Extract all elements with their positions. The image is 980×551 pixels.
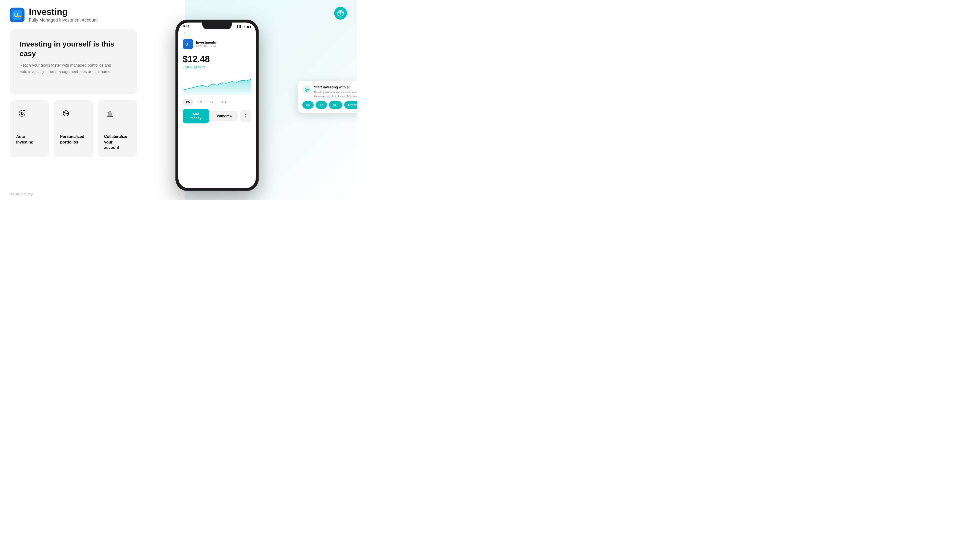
time-filters: 1W 1M 1Y ALL	[183, 97, 251, 105]
invest-card-buttons: $5 $7 $10 Other	[302, 101, 357, 109]
app-logo: U	[10, 8, 24, 22]
invest-card-title: Start investing with $5	[314, 85, 357, 89]
time-filter-all[interactable]: ALL	[218, 99, 230, 105]
svg-rect-11	[111, 113, 113, 116]
svg-rect-9	[107, 112, 109, 116]
page-number: 7	[177, 192, 179, 196]
invest-btn-other[interactable]: Other	[344, 101, 357, 109]
invest-card-text: Start investing with $5 Deciding when to…	[314, 85, 357, 98]
status-icons: ▌▌▌ ▲ ▮▮▮	[237, 25, 251, 28]
time-filter-1y[interactable]: 1Y	[207, 99, 216, 105]
feature-card-auto-investing: $ Autoinvesting	[10, 100, 49, 157]
invest-card-description: Deciding when to invest can be confusing…	[314, 90, 357, 98]
account-logo: U	[183, 39, 193, 49]
account-number: Account • 1234	[196, 44, 216, 48]
hero-card: Investing in yourself is this easy Reach…	[10, 29, 137, 94]
footer-label: Q3 2021 Earnings	[10, 192, 33, 196]
svg-point-4	[18, 16, 20, 17]
svg-text:U: U	[14, 12, 18, 18]
phone-area: 9:41 ▌▌▌ ▲ ▮▮▮ ← U	[151, 12, 357, 198]
withdraw-button[interactable]: Withdraw	[212, 111, 238, 121]
change-value: $0.95 (4.82%)	[186, 65, 205, 69]
left-content: Investing in yourself is this easy Reach…	[10, 29, 137, 157]
account-info: Investments Account • 1234	[196, 40, 216, 48]
add-money-button[interactable]: Add money	[183, 109, 209, 124]
svg-point-5	[20, 16, 21, 17]
svg-point-13	[307, 90, 307, 91]
phone-screen: 9:41 ▌▌▌ ▲ ▮▮▮ ← U	[178, 22, 256, 188]
feature-label-personalized: Personalizedportfolios	[60, 134, 87, 145]
feature-cards: $ Autoinvesting Personalizedportfolios	[10, 100, 137, 157]
more-options-button[interactable]: ⋮	[240, 110, 251, 122]
hero-description: Reach your goals faster with managed por…	[20, 62, 113, 75]
bar-chart-icon	[104, 108, 116, 119]
pie-chart-icon	[60, 108, 72, 119]
hero-title: Investing in yourself is this easy	[20, 39, 127, 58]
chart-area	[183, 73, 251, 95]
wifi-icon: ▲	[243, 25, 245, 28]
feature-label-auto-investing: Autoinvesting	[16, 134, 43, 145]
account-name: Investments	[196, 40, 216, 44]
header-text: Investing Fully Managed Investment Accou…	[29, 7, 97, 23]
balance-change: ↑ $0.95 (4.82%)	[183, 65, 251, 69]
phone-content: ← U Investments Account • 1234 $12.48	[178, 30, 256, 124]
invest-btn-5[interactable]: $5	[302, 101, 313, 109]
feature-label-collateralize: Collateralize youraccount	[104, 134, 131, 150]
change-arrow-icon: ↑	[183, 65, 185, 69]
time-filter-1w[interactable]: 1W	[183, 99, 193, 105]
auto-invest-icon: $	[16, 108, 28, 119]
invest-card-header: Start investing with $5 Deciding when to…	[302, 85, 357, 98]
invest-card: Start investing with $5 Deciding when to…	[298, 81, 357, 113]
phone-bottom-buttons: Add money Withdraw ⋮	[183, 109, 251, 124]
back-button[interactable]: ←	[183, 30, 251, 35]
page-title: Investing	[29, 7, 97, 17]
status-time: 9:41	[183, 25, 189, 28]
phone-device: 9:41 ▌▌▌ ▲ ▮▮▮ ← U	[175, 20, 259, 191]
svg-rect-10	[109, 111, 111, 116]
svg-text:U: U	[186, 42, 188, 46]
battery-icon: ▮▮▮	[247, 25, 251, 28]
page-subtitle: Fully Managed Investment Account	[29, 17, 97, 23]
signal-icon: ▌▌▌	[237, 25, 242, 28]
feature-card-collateralize: Collateralize youraccount	[98, 100, 137, 157]
feature-card-personalized: Personalizedportfolios	[54, 100, 93, 157]
balance-amount: $12.48	[183, 54, 251, 64]
time-filter-1m[interactable]: 1M	[195, 99, 205, 105]
invest-card-icon	[302, 85, 311, 94]
phone-notch	[202, 22, 232, 29]
account-header: U Investments Account • 1234	[183, 39, 251, 49]
invest-btn-7[interactable]: $7	[315, 101, 327, 109]
invest-btn-10[interactable]: $10	[329, 101, 342, 109]
